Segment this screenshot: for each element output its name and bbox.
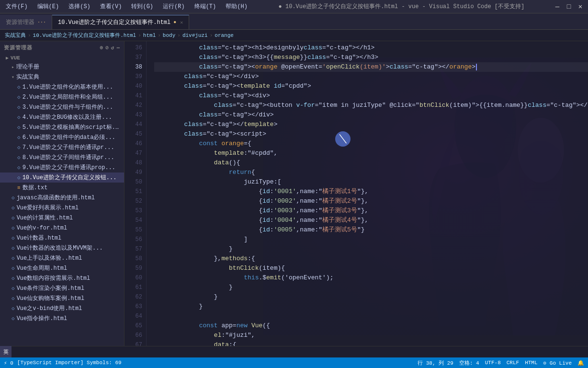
code-line[interactable]: btnClick(item){	[154, 264, 588, 273]
sidebar-file-item[interactable]: ◇3.Vue进阶之父组件与子组件的...	[0, 102, 124, 112]
code-line[interactable]: {id:'0002',name:"橘子测试2号"},	[154, 196, 588, 206]
code-editor[interactable]: 3637383940414243444546474849505152535455…	[124, 41, 588, 346]
maximize-button[interactable]: □	[565, 3, 573, 11]
code-line[interactable]: class="c-tag"></div>	[154, 110, 588, 120]
sidebar-file-item[interactable]: ▸理论手册	[0, 62, 124, 72]
code-line[interactable]: },methods:{	[154, 254, 588, 264]
menu-bar[interactable]: 文件(F)编辑(E)选择(S)查看(V)转到(G)运行(R)终端(T)帮助(H)	[4, 1, 249, 12]
code-line[interactable]: class="c-tag"><h3>{{message}}class="c-ta…	[154, 53, 588, 62]
tab-explorer[interactable]: 资源管理器 ···	[0, 15, 52, 29]
menu-item-编辑E[interactable]: 编辑(E)	[35, 1, 61, 12]
sidebar-file-item[interactable]: ◇Vue上手以及体验..html	[0, 253, 124, 263]
tab-main-file[interactable]: 10.Vue进阶之子传父自定义按钮事件.html ● ✕	[52, 15, 189, 29]
ime-indicator[interactable]: 英	[0, 346, 11, 357]
code-line[interactable]: }	[154, 292, 588, 302]
menu-item-选择S[interactable]: 选择(S)	[67, 1, 92, 12]
sidebar-file-item[interactable]: ≡数据.txt	[0, 183, 124, 193]
minimize-button[interactable]: —	[554, 3, 561, 11]
language-mode[interactable]: HTML	[525, 360, 537, 366]
sidebar-file-item[interactable]: ◇Vue生命周期.html	[0, 263, 124, 273]
more-icon[interactable]: ⋯	[116, 45, 120, 51]
git-status[interactable]: ⚡ 0	[4, 360, 13, 366]
code-line[interactable]: template:"#cpdd",	[154, 149, 588, 158]
sidebar-file-item[interactable]: ◇Vue爱好列表展示.html	[0, 203, 124, 213]
menu-item-文件F[interactable]: 文件(F)	[4, 1, 30, 12]
bc-html[interactable]: html	[143, 33, 156, 38]
code-line[interactable]: el:"#juzi",	[154, 331, 588, 340]
sidebar-file-item[interactable]: ◇Vue的v-for.html	[0, 223, 124, 233]
menu-item-查看V[interactable]: 查看(V)	[98, 1, 124, 12]
sidebar-file-item[interactable]: ◇4.Vue进阶之BUG修改以及注册...	[0, 112, 124, 122]
refresh-icon[interactable]: ↺	[111, 45, 115, 51]
notifications-icon[interactable]: 🔔	[577, 360, 584, 366]
code-line[interactable]: {id:'0005',name:"橘子测试5号"}	[154, 225, 588, 235]
menu-item-转到G[interactable]: 转到(G)	[129, 1, 155, 12]
tab-close-icon[interactable]: ✕	[180, 20, 183, 25]
code-line[interactable]: juziType:[	[154, 177, 588, 187]
sidebar-file-item[interactable]: ◇7.Vue进阶之父子组件的通讯pr...	[0, 142, 124, 152]
sidebar-file-item[interactable]: ◇Vue计数器的改造以及MVVM架...	[0, 243, 124, 253]
code-line[interactable]: }	[154, 244, 588, 254]
code-line[interactable]: class="c-tag"><div>	[154, 91, 588, 101]
sidebar-item-vue[interactable]: ▶ VUE	[0, 54, 124, 62]
cursor-position[interactable]: 行 38, 列 29	[418, 359, 453, 367]
code-line[interactable]: class="c-tag"><h1>designbylyclass="c-tag…	[154, 43, 588, 53]
sidebar-file-item[interactable]: ◇Vue的计算属性.html	[0, 213, 124, 223]
code-line[interactable]: data:{	[154, 340, 588, 346]
code-line[interactable]: }	[154, 302, 588, 311]
code-line[interactable]: class="c-tag"><template id="cpdd">	[154, 81, 588, 91]
indent-status[interactable]: 空格: 4	[459, 359, 479, 367]
sidebar-file-item[interactable]: ◇javasc高级函数的使用.html	[0, 193, 124, 203]
menu-item-终端T[interactable]: 终端(T)	[192, 1, 218, 12]
go-live-button[interactable]: ⊙ Go Live	[543, 360, 572, 366]
code-line[interactable]: class="c-tag"><button v-for="item in juz…	[154, 101, 588, 110]
sidebar-file-item[interactable]: ◇Vue指令操作.html	[0, 313, 124, 323]
code-content[interactable]: class="c-tag"><h1>designbylyclass="c-tag…	[147, 41, 588, 346]
menu-item-运行R[interactable]: 运行(R)	[161, 1, 187, 12]
sidebar-file-item[interactable]: ◇9.Vue进阶之父子组件通讯prop...	[0, 162, 124, 172]
sidebar-file-item[interactable]: ◇Vue之v-bind使用.html	[0, 303, 124, 313]
code-line[interactable]: class="c-tag"><orange @openEvent='openCl…	[154, 62, 588, 72]
code-line[interactable]: {id:'0001',name:"橘子测试1号"},	[154, 187, 588, 196]
code-line[interactable]: data(){	[154, 158, 588, 168]
code-line[interactable]: }	[154, 283, 588, 292]
code-line[interactable]: class="c-tag"></template>	[154, 120, 588, 129]
code-line[interactable]: class="c-tag"></div>	[154, 72, 588, 81]
new-file-icon[interactable]: ⊕	[100, 45, 104, 51]
close-button[interactable]: ✕	[577, 3, 584, 11]
sidebar-file-item[interactable]: ◇Vue条件渲染小案例.html	[0, 283, 124, 293]
bc-file[interactable]: 10.Vue进阶之子传父自定义按钮事件.html	[33, 32, 136, 39]
sidebar-file-item[interactable]: ◇8.Vue进阶之父子间组件通讯pr...	[0, 152, 124, 162]
sidebar-file-item[interactable]: ◇5.Vue进阶之模板抽离的script标...	[0, 122, 124, 132]
code-line[interactable]: return{	[154, 168, 588, 177]
bc-shizhan[interactable]: 实战宝典	[5, 32, 26, 39]
code-line[interactable]: const orange={	[154, 139, 588, 149]
code-line[interactable]: ]	[154, 235, 588, 244]
sidebar-file-item[interactable]: ◇6.Vue进阶之组件中的data必须...	[0, 132, 124, 142]
window-controls[interactable]: — □ ✕	[554, 3, 584, 11]
encoding-status[interactable]: UTF-8	[485, 360, 501, 366]
sidebar-file-item[interactable]: ◇Vue计数器.html	[0, 233, 124, 243]
code-line[interactable]	[154, 311, 588, 321]
sidebar-file-item[interactable]: ◇1.Vue进阶之组件化的基本使用...	[0, 82, 124, 92]
bc-orange[interactable]: orange	[215, 33, 234, 38]
code-line[interactable]: const app=new Vue({	[154, 321, 588, 331]
bc-body[interactable]: body	[163, 33, 175, 38]
code-line[interactable]: {id:'0004',name:"橘子测试4号"},	[154, 216, 588, 225]
menu-item-帮助H[interactable]: 帮助(H)	[224, 1, 249, 12]
sidebar-actions[interactable]: ⊕ ⊘ ↺ ⋯	[100, 45, 121, 51]
code-line[interactable]: {id:'0003',name:"橘子测试3号"},	[154, 206, 588, 216]
ts-importer-status[interactable]: [TypeScript Importer] Symbols: 69	[17, 360, 122, 366]
code-line[interactable]: this.$emit('openEvent');	[154, 273, 588, 283]
bc-divjuzi[interactable]: div#juzi	[182, 33, 208, 38]
code-line[interactable]: class="c-tag"><script>	[154, 129, 588, 139]
sidebar-file-item[interactable]: ◇10.Vue进阶之子传父自定义按钮...	[0, 172, 124, 183]
collapse-icon[interactable]: ⊘	[105, 45, 109, 51]
editor-area[interactable]: ╲ 36373839404142434445464748495051525354…	[124, 41, 588, 346]
sidebar-file-item[interactable]: ◇Vue数组内容按需展示.html	[0, 273, 124, 283]
sidebar-file-item[interactable]: ▾实战宝典	[0, 72, 124, 82]
sidebar-file-item[interactable]: ◇2.Vue进阶之局部组件和全局组...	[0, 92, 124, 102]
explorer-dots: ···	[37, 20, 46, 25]
line-ending-status[interactable]: CRLF	[507, 360, 519, 366]
sidebar-file-item[interactable]: ◇Vue仙女购物车案例.html	[0, 293, 124, 303]
